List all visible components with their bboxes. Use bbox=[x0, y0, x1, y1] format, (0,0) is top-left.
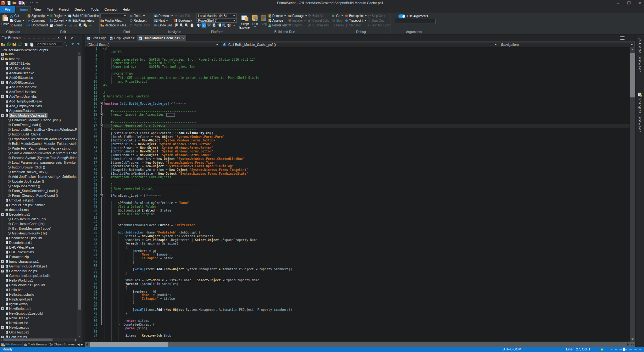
tree-item-cmdlettest-ps1[interactable]: psCmdLetTest.ps1 bbox=[0, 198, 77, 203]
redo-icon[interactable] bbox=[29, 0, 34, 5]
panel-tab-object-browser[interactable]: Object Browser bbox=[48, 342, 76, 347]
tree-item-add-employeeid-vbs[interactable]: vbAdd_EmployeeID.vbs bbox=[0, 104, 77, 108]
expand-icon[interactable]: + bbox=[1, 260, 4, 263]
combo-arrow[interactable] bbox=[233, 20, 235, 21]
fold-collapse-icon[interactable]: − bbox=[100, 102, 103, 105]
tree-item-form-statecorrection-load[interactable]: Form_StateCorrection_Load () bbox=[0, 189, 77, 193]
tree-item-5cddf64-vbs[interactable]: vb5CDDF64.vbs bbox=[0, 66, 77, 71]
dropdown-arrow[interactable] bbox=[171, 15, 173, 16]
convert-button[interactable]: NConvert bbox=[49, 18, 68, 23]
expand-icon[interactable]: + bbox=[1, 95, 4, 98]
tree-item-olga-test-ps1[interactable]: psOlga test.ps1 bbox=[0, 330, 77, 335]
app-logo-icon[interactable] bbox=[1, 0, 5, 5]
csharp-icon[interactable]: c/> bbox=[207, 23, 211, 28]
tree-item-hello-world-ps1-psbuild[interactable]: Hello World.ps1.psbuild bbox=[0, 283, 77, 288]
dropdown-arrow[interactable] bbox=[166, 20, 168, 21]
region-button[interactable]: Region bbox=[49, 14, 68, 18]
editor-tab-start-page[interactable]: Start Page bbox=[85, 35, 108, 41]
tree-item-stop-jobtracker[interactable]: Stop-JobTracker () bbox=[0, 184, 77, 189]
tree-item-export-moduleselection-modu[interactable]: Export-ModuleSelection -ModuleSelection … bbox=[0, 137, 77, 141]
combo-search[interactable] bbox=[100, 14, 127, 18]
tree-item-call-build-module-cache-psf[interactable]: Call-Build_Module_Cache_psf () bbox=[0, 118, 77, 123]
dropdown-arrow[interactable] bbox=[65, 20, 67, 21]
tree-item-addtempuser-exe[interactable]: AddTempUser.exe bbox=[0, 85, 77, 90]
collapse-icon[interactable]: − bbox=[1, 213, 4, 216]
tree-item-lightin-wixobj[interactable]: lightin.wixobj bbox=[0, 302, 77, 306]
toggle-switch[interactable] bbox=[398, 14, 405, 18]
use-arguments-toggle[interactable]: Use Arguments bbox=[398, 14, 436, 19]
collapse-icon[interactable]: − bbox=[1, 114, 4, 117]
tree-item-buttonbrowse-click[interactable]: buttonBrowse_Click () bbox=[0, 165, 77, 170]
bm-clear-icon[interactable] bbox=[184, 23, 189, 28]
zoom-slider-thumb[interactable] bbox=[623, 348, 625, 351]
close-tab-icon[interactable]: ✕ bbox=[182, 36, 185, 40]
uncomment-button[interactable]: Uncomment bbox=[27, 23, 49, 28]
doc-info-icon[interactable]: i bbox=[212, 23, 216, 28]
dropdown-arrow[interactable] bbox=[303, 25, 305, 26]
collapsed-region-box[interactable]: ... bbox=[166, 113, 175, 117]
find-button[interactable]: Find... bbox=[129, 14, 151, 18]
import-doc-icon[interactable] bbox=[217, 23, 221, 28]
comment-button[interactable]: Comment bbox=[27, 18, 49, 23]
convert-doc-icon[interactable] bbox=[83, 23, 88, 28]
expand-icon[interactable]: + bbox=[1, 58, 4, 60]
tree-item-add-jobtracker-name-string[interactable]: Add-JobTracker -Name <string> -JobScript… bbox=[0, 174, 77, 179]
tree-item-dhcpresip-exe[interactable]: DHCPResIP.exe bbox=[0, 245, 77, 250]
dropdown-arrow[interactable] bbox=[64, 25, 66, 26]
tree-item-save-command-filewriter-sy[interactable]: Save-Command -filewriter <System.IO.Stre… bbox=[0, 151, 77, 156]
ps-selected-icon[interactable] bbox=[202, 23, 206, 28]
menu-tab-view[interactable]: View bbox=[31, 6, 44, 13]
previous-button[interactable]: Previous bbox=[154, 14, 173, 18]
tree-item-addtempuser-vbs[interactable]: +vbAddTempUser.vbs bbox=[0, 94, 77, 99]
combo-arrow[interactable] bbox=[631, 44, 633, 45]
export-doc-icon[interactable] bbox=[78, 23, 83, 28]
bookmark-button[interactable]: Bookmark bbox=[174, 18, 194, 23]
tree-item-cmdlettest-ps1-psbuild[interactable]: CmdLetTest.ps1.psbuild bbox=[0, 203, 77, 207]
code-area[interactable]: 1<#2 .NOTES3 ---------------------------… bbox=[85, 47, 630, 342]
edit-parameters-button[interactable]: Edit Parameters bbox=[68, 18, 99, 23]
pester-test-button[interactable]: Pester Test bbox=[268, 23, 287, 28]
tree-item-decodehr-ps1[interactable]: −psDecodehr.ps1 bbox=[0, 212, 77, 217]
shield-red-icon[interactable] bbox=[227, 23, 231, 28]
dropdown-arrow[interactable] bbox=[64, 15, 66, 16]
run-button[interactable]: Run bbox=[251, 14, 259, 28]
remote-button[interactable]: Remote bbox=[268, 14, 287, 18]
expand-icon[interactable]: + bbox=[1, 53, 4, 56]
ps-tool-icon[interactable] bbox=[222, 23, 226, 28]
editor-vertical-scrollbar[interactable] bbox=[630, 47, 635, 342]
breakpoint-button[interactable]: Breakpoint bbox=[345, 14, 367, 18]
dropdown-arrow[interactable] bbox=[341, 15, 343, 16]
menu-tab-tools[interactable]: Tools bbox=[88, 6, 102, 13]
expand-icon[interactable]: + bbox=[1, 270, 4, 272]
tree-item-hello-bat[interactable]: >_Hello.bat bbox=[0, 288, 77, 292]
tree-item-buttonbuild-click[interactable]: buttonBuild_Click () bbox=[0, 132, 77, 137]
tree-item-get-hresultcode-hr[interactable]: Get-HresultCode ( hr) bbox=[0, 222, 77, 226]
menu-tab-help[interactable]: Help bbox=[120, 6, 132, 13]
panel-pin-icon[interactable] bbox=[64, 36, 67, 40]
tree-horizontal-scrollbar[interactable] bbox=[0, 338, 77, 341]
tab-list-icon[interactable] bbox=[620, 36, 625, 40]
build-edit-function-button[interactable]: Build / Edit Function bbox=[68, 14, 99, 18]
tree-item-dhcpresip-vbs[interactable]: vbDHCPResIP.vbs bbox=[0, 250, 77, 255]
tree-item-load-listbox-listbox-syste[interactable]: Load-ListBox -ListBox <System.Windows.Fo… bbox=[0, 127, 77, 132]
tree-item-test-me[interactable]: +test me bbox=[0, 57, 77, 61]
tree-item-get-hresultfailed-hr[interactable]: Get-HresultFailed ( hr) bbox=[0, 217, 77, 222]
go-to-line-button[interactable]: Go to Line bbox=[154, 23, 173, 28]
dropdown-arrow[interactable] bbox=[23, 20, 25, 21]
folder-up-icon[interactable] bbox=[0, 42, 6, 47]
combo-arrow[interactable] bbox=[216, 44, 218, 45]
tree-item-timerjobtracker-tick[interactable]: timerJobTracker_Tick () bbox=[0, 170, 77, 174]
combo-local-machine-64-bit[interactable]: Local Machine 64 Bit bbox=[197, 14, 237, 18]
dropdown-arrow[interactable] bbox=[305, 15, 307, 16]
expand-icon[interactable]: + bbox=[1, 326, 4, 329]
close-icon[interactable]: ✕ bbox=[637, 1, 642, 5]
tree-item-decodehr-psd1[interactable]: Decodehr.psd1 bbox=[0, 240, 77, 245]
bm-next-icon[interactable] bbox=[179, 23, 184, 28]
copy-button[interactable]: Copy bbox=[10, 18, 25, 23]
panel-close-icon[interactable]: ✕ bbox=[71, 36, 74, 40]
expand-icon[interactable]: + bbox=[1, 307, 4, 310]
new-folder-icon[interactable] bbox=[12, 42, 17, 47]
replace-in-files-button[interactable]: Replace in Files... bbox=[100, 23, 129, 28]
next-button[interactable]: Next bbox=[154, 18, 173, 23]
menu-tab-project[interactable]: Project bbox=[56, 6, 72, 13]
